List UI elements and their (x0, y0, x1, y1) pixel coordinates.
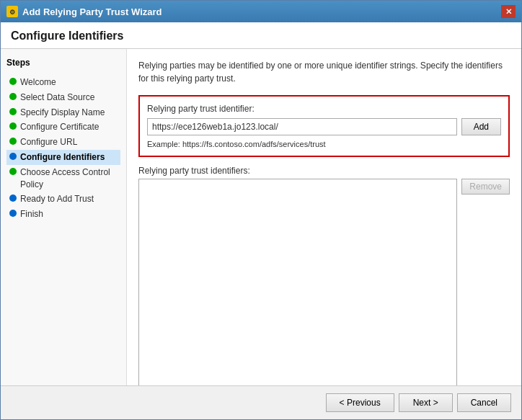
sidebar-label-specify-display-name: Specify Display Name (20, 107, 119, 119)
dot-configure-url (9, 138, 17, 145)
sidebar-heading: Steps (6, 58, 120, 68)
cancel-button[interactable]: Cancel (457, 393, 511, 412)
previous-button[interactable]: < Previous (326, 393, 394, 412)
sidebar-item-configure-certificate[interactable]: Configure Certificate (6, 120, 120, 135)
sidebar-item-choose-access-control-policy[interactable]: Choose Access Control Policy (6, 165, 120, 192)
remove-button[interactable]: Remove (461, 179, 510, 195)
content-area: Steps Welcome Select Data Source Specify… (1, 49, 521, 385)
dot-specify-display-name (9, 108, 17, 115)
dot-select-data-source (9, 93, 17, 100)
next-button[interactable]: Next > (399, 393, 453, 412)
main-content: Relying parties may be identified by one… (127, 49, 521, 385)
identifier-box: Relying party trust identifier: Add Exam… (138, 95, 510, 157)
svg-text:⚙: ⚙ (9, 9, 15, 16)
example-text: Example: https://fs.contoso.com/adfs/ser… (147, 140, 501, 148)
sidebar-item-configure-url[interactable]: Configure URL (6, 135, 120, 150)
wizard-window: ⚙ Add Relying Party Trust Wizard ✕ Confi… (0, 0, 522, 420)
sidebar-label-select-data-source: Select Data Source (20, 91, 119, 104)
footer: < Previous Next > Cancel (1, 385, 521, 419)
identifiers-section-label: Relying party trust identifiers: (138, 166, 510, 176)
remove-btn-area: Remove (457, 179, 510, 385)
description: Relying parties may be identified by one… (138, 59, 510, 85)
sidebar-item-specify-display-name[interactable]: Specify Display Name (6, 105, 120, 120)
sidebar: Steps Welcome Select Data Source Specify… (1, 49, 127, 385)
sidebar-label-configure-certificate: Configure Certificate (20, 121, 119, 133)
title-bar: ⚙ Add Relying Party Trust Wizard ✕ (1, 1, 521, 22)
identifier-input[interactable] (147, 118, 457, 135)
identifier-field-label: Relying party trust identifier: (147, 104, 501, 114)
page-title: Configure Identifiers (1, 22, 521, 49)
dot-welcome (9, 78, 17, 85)
sidebar-item-configure-identifiers[interactable]: Configure Identifiers (6, 150, 120, 165)
sidebar-item-finish[interactable]: Finish (6, 207, 120, 222)
sidebar-label-welcome: Welcome (20, 76, 119, 89)
sidebar-label-configure-identifiers: Configure Identifiers (20, 151, 119, 164)
sidebar-label-choose-access-control-policy: Choose Access Control Policy (20, 166, 119, 191)
dot-ready-to-add-trust (9, 195, 17, 202)
sidebar-item-welcome[interactable]: Welcome (6, 75, 120, 90)
sidebar-item-ready-to-add-trust[interactable]: Ready to Add Trust (6, 192, 120, 207)
app-icon: ⚙ (6, 6, 18, 17)
identifiers-listbox[interactable] (138, 179, 457, 385)
add-button[interactable]: Add (461, 118, 501, 135)
dot-configure-certificate (9, 122, 17, 130)
close-button[interactable]: ✕ (501, 5, 516, 18)
sidebar-label-finish: Finish (20, 208, 119, 220)
sidebar-item-select-data-source[interactable]: Select Data Source (6, 90, 120, 105)
dot-finish (9, 210, 17, 217)
sidebar-label-ready-to-add-trust: Ready to Add Trust (20, 193, 119, 205)
title-bar-left: ⚙ Add Relying Party Trust Wizard (6, 6, 162, 17)
dot-configure-identifiers (9, 153, 17, 160)
dot-choose-access-control-policy (9, 168, 17, 175)
identifier-input-row: Add (147, 118, 501, 135)
window-title: Add Relying Party Trust Wizard (22, 6, 162, 17)
sidebar-label-configure-url: Configure URL (20, 136, 119, 148)
identifiers-list-area: Remove (138, 179, 510, 385)
